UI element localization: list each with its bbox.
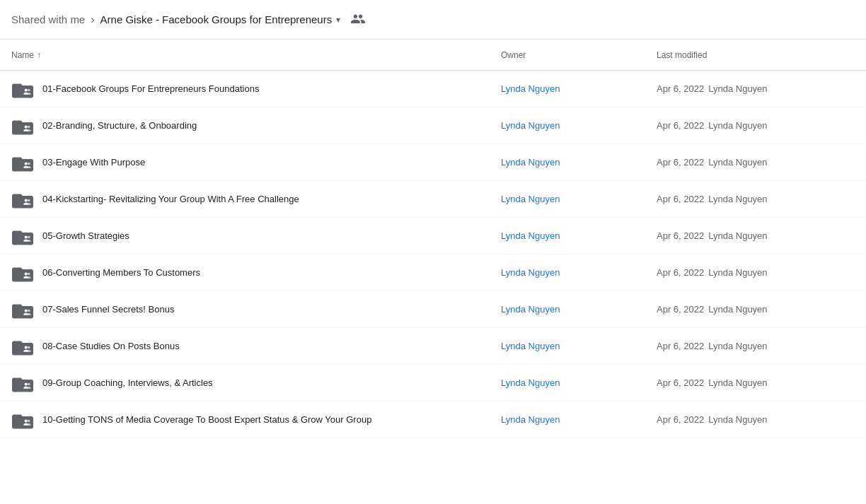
file-name-label: 09-Group Coaching, Interviews, & Article… <box>42 377 213 388</box>
file-name-label: 07-Sales Funnel Secrets! Bonus <box>42 304 174 315</box>
svg-point-3 <box>28 125 30 127</box>
modified-date-label: Apr 6, 2022 <box>657 157 704 168</box>
row-modified-cell: Apr 6, 2022 Lynda Nguyen <box>657 230 855 241</box>
shared-folder-icon <box>11 298 34 321</box>
modified-date-label: Apr 6, 2022 <box>657 341 704 351</box>
table-row[interactable]: 03-Engage With Purpose Lynda Nguyen Apr … <box>0 144 866 181</box>
svg-point-0 <box>25 88 28 91</box>
table-row[interactable]: 02-Branding, Structure, & Onboarding Lyn… <box>0 107 866 144</box>
column-header-owner: Owner <box>501 50 657 60</box>
svg-point-7 <box>28 199 30 201</box>
row-owner-cell: Lynda Nguyen <box>501 120 657 131</box>
row-modified-cell: Apr 6, 2022 Lynda Nguyen <box>657 194 855 204</box>
row-name-cell: 09-Group Coaching, Interviews, & Article… <box>11 372 501 394</box>
row-name-cell: 10-Getting TONS of Media Coverage To Boo… <box>11 409 501 431</box>
row-name-cell: 03-Engage With Purpose <box>11 151 501 174</box>
table-row[interactable]: 09-Group Coaching, Interviews, & Article… <box>0 365 866 402</box>
row-owner-cell: Lynda Nguyen <box>501 157 657 168</box>
shared-folder-icon <box>11 262 34 284</box>
shared-folder-icon <box>11 225 34 247</box>
svg-point-15 <box>28 346 30 348</box>
svg-point-4 <box>25 162 28 165</box>
table-row[interactable]: 07-Sales Funnel Secrets! Bonus Lynda Ngu… <box>0 291 866 328</box>
row-modified-cell: Apr 6, 2022 Lynda Nguyen <box>657 157 855 168</box>
row-modified-cell: Apr 6, 2022 Lynda Nguyen <box>657 83 855 94</box>
row-name-cell: 02-Branding, Structure, & Onboarding <box>11 115 501 137</box>
row-owner-cell: Lynda Nguyen <box>501 194 657 204</box>
current-folder-name: Arne Giske - Facebook Groups for Entrepr… <box>100 13 333 25</box>
row-modified-cell: Apr 6, 2022 Lynda Nguyen <box>657 341 855 351</box>
modified-by-label: Lynda Nguyen <box>708 230 767 241</box>
modified-date-label: Apr 6, 2022 <box>657 414 704 425</box>
modified-date-label: Apr 6, 2022 <box>657 194 704 204</box>
row-modified-cell: Apr 6, 2022 Lynda Nguyen <box>657 267 855 278</box>
file-name-label: 06-Converting Members To Customers <box>42 267 200 278</box>
modified-date-label: Apr 6, 2022 <box>657 83 704 94</box>
shared-folder-icon <box>11 115 34 137</box>
svg-point-19 <box>28 419 30 421</box>
file-name-label: 04-Kickstarting- Revitalizing Your Group… <box>42 194 299 204</box>
modified-date-label: Apr 6, 2022 <box>657 230 704 241</box>
modified-by-label: Lynda Nguyen <box>708 267 767 278</box>
modified-by-label: Lynda Nguyen <box>708 157 767 168</box>
modified-by-label: Lynda Nguyen <box>708 194 767 204</box>
table-row[interactable]: 10-Getting TONS of Media Coverage To Boo… <box>0 402 866 438</box>
shared-folder-icon <box>11 151 34 174</box>
breadcrumb: Shared with me › Arne Giske - Facebook G… <box>11 11 366 28</box>
row-owner-cell: Lynda Nguyen <box>501 377 657 388</box>
modified-by-label: Lynda Nguyen <box>708 83 767 94</box>
modified-date-label: Apr 6, 2022 <box>657 267 704 278</box>
modified-date-label: Apr 6, 2022 <box>657 377 704 388</box>
shared-folder-icon <box>11 409 34 431</box>
row-owner-cell: Lynda Nguyen <box>501 304 657 315</box>
svg-point-6 <box>25 199 28 201</box>
row-owner-cell: Lynda Nguyen <box>501 267 657 278</box>
breadcrumb-chevron-icon: › <box>91 13 94 26</box>
modified-by-label: Lynda Nguyen <box>708 414 767 425</box>
shared-people-icon[interactable] <box>350 11 366 28</box>
row-name-cell: 06-Converting Members To Customers <box>11 262 501 284</box>
file-list: 01-Facebook Groups For Entrepreneurs Fou… <box>0 71 866 438</box>
svg-point-2 <box>25 125 28 128</box>
table-row[interactable]: 08-Case Studies On Posts Bonus Lynda Ngu… <box>0 328 866 365</box>
breadcrumb-shared-with-me[interactable]: Shared with me <box>11 13 85 25</box>
folder-dropdown-arrow-icon[interactable]: ▾ <box>336 15 340 25</box>
header: Shared with me › Arne Giske - Facebook G… <box>0 0 866 40</box>
svg-point-17 <box>28 382 30 385</box>
shared-folder-icon <box>11 372 34 394</box>
row-modified-cell: Apr 6, 2022 Lynda Nguyen <box>657 304 855 315</box>
file-name-label: 03-Engage With Purpose <box>42 157 145 168</box>
row-name-cell: 01-Facebook Groups For Entrepreneurs Fou… <box>11 78 501 100</box>
svg-point-11 <box>28 272 30 274</box>
file-name-label: 02-Branding, Structure, & Onboarding <box>42 120 197 131</box>
svg-point-8 <box>25 235 28 238</box>
table-row[interactable]: 04-Kickstarting- Revitalizing Your Group… <box>0 181 866 218</box>
column-header-last-modified: Last modified <box>657 50 855 60</box>
sort-ascending-icon: ↑ <box>37 50 41 60</box>
table-row[interactable]: 01-Facebook Groups For Entrepreneurs Fou… <box>0 71 866 107</box>
column-header-name[interactable]: Name ↑ <box>11 50 501 60</box>
row-modified-cell: Apr 6, 2022 Lynda Nguyen <box>657 414 855 425</box>
row-name-cell: 07-Sales Funnel Secrets! Bonus <box>11 298 501 321</box>
svg-point-18 <box>25 419 28 422</box>
modified-date-label: Apr 6, 2022 <box>657 304 704 315</box>
row-owner-cell: Lynda Nguyen <box>501 230 657 241</box>
row-modified-cell: Apr 6, 2022 Lynda Nguyen <box>657 377 855 388</box>
modified-by-label: Lynda Nguyen <box>708 304 767 315</box>
svg-point-14 <box>25 346 28 348</box>
table-row[interactable]: 06-Converting Members To Customers Lynda… <box>0 254 866 291</box>
table-row[interactable]: 05-Growth Strategies Lynda Nguyen Apr 6,… <box>0 218 866 254</box>
svg-point-10 <box>25 272 28 275</box>
shared-folder-icon <box>11 335 34 358</box>
table-header: Name ↑ Owner Last modified <box>0 40 866 71</box>
modified-by-label: Lynda Nguyen <box>708 341 767 351</box>
svg-point-1 <box>28 88 30 90</box>
file-name-label: 08-Case Studies On Posts Bonus <box>42 341 180 351</box>
svg-point-12 <box>25 309 28 312</box>
row-name-cell: 05-Growth Strategies <box>11 225 501 247</box>
row-owner-cell: Lynda Nguyen <box>501 83 657 94</box>
svg-point-16 <box>25 382 28 385</box>
file-name-label: 05-Growth Strategies <box>42 230 129 241</box>
breadcrumb-current-folder: Arne Giske - Facebook Groups for Entrepr… <box>100 11 366 28</box>
row-owner-cell: Lynda Nguyen <box>501 341 657 351</box>
